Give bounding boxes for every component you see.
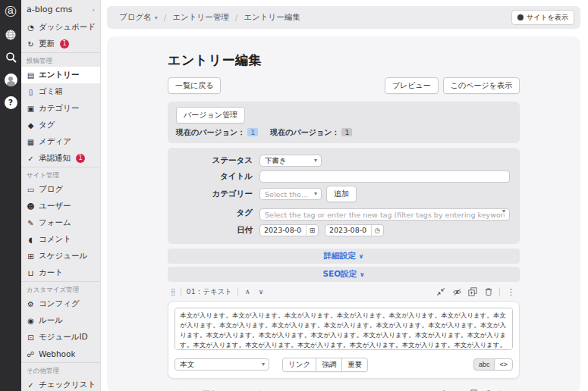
link-button[interactable]: リンク [282, 358, 316, 372]
unit-text-textarea[interactable]: 本文が入ります。本文が入ります。本文が入ります。本文が入ります。本文が入ります。… [175, 308, 513, 350]
tag-icon: ◆ [27, 121, 35, 130]
category-add-button[interactable]: 追加 [326, 186, 357, 202]
sidebar-item-rule[interactable]: ◉ ルール [21, 312, 100, 329]
sidebar-item-config[interactable]: ⚙ コンフィグ [21, 296, 100, 312]
sidebar-item-entry[interactable]: ▤ エントリー [21, 67, 100, 83]
checklist-icon: ✓ [27, 381, 35, 389]
unit-card: 本文が入ります。本文が入ります。本文が入ります。本文が入ります。本文が入ります。… [168, 301, 520, 379]
text-format-select[interactable]: 本文 [175, 358, 269, 371]
em-button[interactable]: 強調 [316, 358, 342, 372]
section-label-site: サイト管理 [21, 167, 100, 181]
preview-button[interactable]: プレビュー [385, 77, 439, 94]
approval-icon: ✓ [27, 155, 35, 163]
globe-icon[interactable] [5, 28, 17, 41]
sidebar-item-form[interactable]: ✎ フォーム [21, 214, 100, 231]
strong-button[interactable]: 重要 [341, 358, 368, 372]
calendar-icon[interactable]: ⊞ [306, 225, 318, 236]
hide-unit-icon[interactable] [451, 286, 462, 297]
user-icon: ☻ [27, 202, 35, 211]
edit-mode-segment: abc <> [473, 358, 513, 371]
topbar: ブログ名 / エントリー管理 / エントリー編集 サイトを表示 [107, 6, 580, 29]
unit-02-image-file: ⣿ 02：画像・ファイル ∧ ∨ [168, 388, 520, 391]
title-input[interactable] [259, 170, 510, 183]
page-title: エントリー編集 [168, 52, 520, 69]
unit-menu-icon[interactable]: ⋮ [505, 287, 517, 297]
category-select[interactable]: Select the category [259, 188, 322, 200]
icon-rail: ⓐ [0, 0, 21, 391]
search-icon[interactable] [5, 51, 17, 64]
breadcrumb-blog[interactable]: ブログ名 [119, 12, 158, 23]
time-input[interactable] [325, 225, 371, 236]
cart-icon: ⊔ [27, 269, 35, 277]
add-unit-icon[interactable] [467, 286, 478, 297]
ablogcms-logo-icon[interactable]: ⓐ [5, 5, 17, 18]
sidebar-item-blog[interactable]: ▭ ブログ [21, 181, 100, 198]
seo-settings-toggle[interactable]: SEO設定 [168, 267, 520, 282]
status-select[interactable]: 下書き [259, 155, 322, 167]
version-manage-button[interactable]: バージョン管理 [176, 107, 245, 124]
approval-badge: 1 [76, 154, 85, 163]
version-panel: バージョン管理 現在のバージョン：1 現在のバージョン：1 [168, 102, 520, 143]
sidebar-item-dashboard[interactable]: ◔ ダッシュボード [21, 19, 100, 36]
sidebar-item-category[interactable]: ▣ カテゴリー [21, 100, 100, 117]
detail-settings-toggle[interactable]: 詳細設定 [168, 249, 520, 264]
back-to-list-button[interactable]: 一覧に戻る [168, 77, 221, 94]
section-label-customize: カスタマイズ管理 [21, 281, 100, 296]
category-icon: ▣ [27, 105, 35, 113]
sidebar-item-trash[interactable]: ▯ ゴミ箱 [21, 83, 100, 100]
refresh-icon: ↻ [27, 40, 35, 48]
collapse-unit-icon[interactable] [435, 286, 446, 297]
version-badge-blue: 1 [247, 128, 258, 136]
clock-icon[interactable]: ◷ [371, 225, 383, 236]
breadcrumb-entry-admin[interactable]: エントリー管理 [172, 12, 228, 23]
category-label: カテゴリー [178, 189, 259, 199]
tag-input[interactable] [259, 208, 510, 221]
section-label-other: その他管理 [21, 362, 100, 377]
current-version-2: 現在のバージョン：1 [270, 127, 352, 138]
sidebar-item-update[interactable]: ↻ 更新 1 [21, 36, 100, 52]
sidebar-item-module-id[interactable]: ⊡ モジュールID [21, 329, 100, 346]
entry-icon: ▤ [27, 71, 35, 80]
breadcrumb-entry-edit: エントリー編集 [244, 12, 300, 23]
config-icon: ⚙ [27, 300, 35, 308]
move-down-icon[interactable]: ∨ [257, 288, 266, 296]
title-label: タイトル [178, 171, 259, 182]
mode-code-button[interactable]: <> [494, 358, 513, 371]
schedule-icon: ⊞ [27, 252, 35, 261]
brand-menu[interactable]: a-blog cms › [21, 0, 100, 19]
inline-tag-buttons: リンク 強調 重要 [282, 358, 368, 372]
blog-icon: ▭ [27, 186, 35, 194]
help-icon[interactable] [5, 96, 17, 109]
main-area: ブログ名 / エントリー管理 / エントリー編集 サイトを表示 エントリー編集 … [101, 0, 588, 391]
unit-01-text: ⣿ 01：テキスト ∧ ∨ [168, 286, 520, 379]
chevron-right-icon: › [92, 6, 95, 14]
mode-text-button[interactable]: abc [473, 358, 495, 371]
trash-icon: ▯ [27, 88, 35, 96]
sidebar: a-blog cms › ◔ ダッシュボード ↻ 更新 1 投稿管理 ▤ エント… [21, 0, 101, 391]
webhook-icon: ☍ [27, 350, 35, 358]
move-up-icon[interactable]: ∧ [244, 288, 252, 296]
sidebar-item-user[interactable]: ☻ ユーザー [21, 198, 100, 214]
sidebar-item-cart[interactable]: ⊔ カート [21, 264, 100, 281]
media-icon: ▦ [27, 138, 35, 146]
sidebar-item-webhook[interactable]: ☍ Webhook [21, 346, 100, 362]
view-site-button[interactable]: サイトを表示 [511, 10, 574, 25]
comment-icon: ◖ [27, 236, 35, 244]
avatar[interactable] [5, 74, 17, 86]
drag-handle-icon[interactable]: ⣿ [171, 288, 175, 296]
update-badge: 1 [60, 39, 69, 48]
section-label-posts: 投稿管理 [21, 52, 100, 67]
breadcrumb: ブログ名 / エントリー管理 / エントリー編集 [119, 12, 511, 23]
sidebar-item-schedule[interactable]: ⊞ スケジュール [21, 248, 100, 264]
sidebar-item-media[interactable]: ▦ メディア [21, 133, 100, 150]
sidebar-item-approval[interactable]: ✓ 承認通知 1 [21, 150, 100, 167]
tag-label: タグ [178, 208, 259, 218]
form-icon: ✎ [27, 219, 35, 227]
delete-unit-icon[interactable] [483, 286, 494, 297]
date-input[interactable] [260, 225, 306, 236]
current-version-1: 現在のバージョン：1 [176, 127, 258, 138]
sidebar-item-checklist[interactable]: ✓ チェックリスト [21, 377, 100, 391]
sidebar-item-comment[interactable]: ◖ コメント [21, 231, 100, 248]
view-this-page-button[interactable]: このページを表示 [443, 77, 520, 94]
sidebar-item-tag[interactable]: ◆ タグ [21, 117, 100, 133]
